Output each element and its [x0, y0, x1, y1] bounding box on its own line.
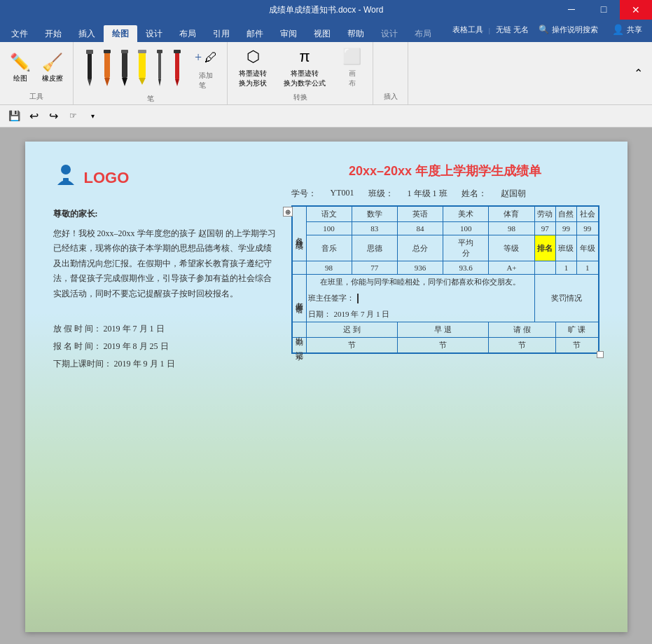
svg-rect-17: [174, 50, 181, 53]
pen-yellow[interactable]: [134, 48, 150, 90]
tab-draw[interactable]: 绘图: [104, 25, 137, 42]
touch-mode-button[interactable]: ☞: [64, 108, 81, 125]
holiday-label: 放 假 时 间：: [53, 324, 102, 334]
add-pen-button[interactable]: + 🖊: [190, 48, 221, 68]
subject-laodong: 劳动: [534, 206, 555, 222]
to-shape-button[interactable]: ⬡ 将墨迹转换为形状: [233, 45, 272, 91]
search-button[interactable]: 🔍 操作说明搜索: [534, 23, 602, 36]
svg-marker-10: [139, 78, 146, 85]
student-id-label: 学号：: [291, 188, 317, 200]
tab-insert[interactable]: 插入: [70, 25, 104, 42]
score-pingjunfen: 93.6: [443, 261, 489, 275]
pen-palette: [79, 45, 188, 93]
attendance-qingjia: 请 假: [489, 322, 556, 338]
draw-icon: ✏️: [10, 53, 31, 72]
name-value: 赵国朝: [501, 188, 526, 200]
draw-canvas-label: 画布: [349, 69, 356, 88]
logo-area: LOGO: [53, 163, 277, 193]
pen-thin[interactable]: [152, 48, 167, 90]
tab-layout[interactable]: 布局: [171, 25, 204, 42]
text-cursor: [357, 294, 359, 303]
score-side: 77: [352, 261, 397, 275]
to-math-button[interactable]: π 将墨迹转换为数学公式: [278, 45, 331, 91]
pen-orange[interactable]: [99, 48, 115, 90]
pen-dark[interactable]: [117, 48, 132, 90]
close-button[interactable]: ✕: [620, 0, 652, 20]
section-label-scores: 各科成绩: [292, 206, 307, 261]
score-paiming: [534, 261, 555, 275]
convert-content: ⬡ 将墨迹转换为形状 π 将墨迹转换为数学公式 ⬜ 画布: [233, 45, 367, 91]
school-start-label: 下期上课时间：: [53, 359, 112, 369]
sign-line: 班主任签字：: [308, 293, 533, 303]
pens-group: + 🖊 添加笔 笔: [74, 42, 228, 104]
tab-help[interactable]: 帮助: [339, 25, 373, 42]
convert-group: ⬡ 将墨迹转换为形状 π 将墨迹转换为数学公式 ⬜ 画布 转换: [228, 42, 373, 104]
section-label-attendance: 出勤: [292, 322, 307, 338]
score-nianji: 1: [577, 261, 599, 275]
table-move-handle[interactable]: ⊕: [283, 207, 293, 217]
record-row: 记录 节 节 节 节: [292, 338, 599, 354]
table-resize-handle[interactable]: [597, 351, 604, 358]
tab-view[interactable]: 视图: [305, 25, 339, 42]
minimize-button[interactable]: ─: [555, 0, 588, 20]
scores-row-1: 100 83 84 100 98 97 99 99: [292, 222, 599, 235]
score-yingyu: 84: [397, 222, 443, 235]
tab-mailings[interactable]: 邮件: [238, 25, 272, 42]
draw-tool-button[interactable]: ✏️ 绘图: [6, 50, 35, 86]
search-label[interactable]: 操作说明搜索: [552, 25, 598, 35]
subject-ziran: 自然: [555, 206, 576, 222]
record-zaotui: 节: [397, 338, 488, 354]
draw-canvas-button[interactable]: ⬜ 画布: [337, 45, 367, 91]
restore-button[interactable]: □: [588, 0, 620, 20]
tab-file[interactable]: 文件: [3, 25, 36, 42]
share-label: 共享: [627, 25, 642, 35]
convert-group-label: 转换: [293, 93, 307, 102]
tab-home[interactable]: 开始: [36, 25, 70, 42]
svg-rect-12: [158, 51, 161, 79]
score-laodong: 97: [534, 222, 555, 235]
tab-references[interactable]: 引用: [204, 25, 238, 42]
svg-rect-5: [104, 50, 111, 53]
shape-icon: ⬡: [247, 48, 260, 66]
titlebar: 成绩单成绩通知书.docx - Word ─ □ ✕: [0, 0, 652, 20]
jiangli-label: 奖罚情况: [536, 293, 597, 303]
svg-rect-11: [138, 50, 146, 53]
redo-button[interactable]: ↪: [45, 108, 62, 125]
insert-group: 插入: [373, 42, 408, 104]
svg-marker-7: [122, 78, 127, 86]
attendance-chidao: 迟 到: [306, 322, 397, 338]
record-chidao: 节: [306, 338, 397, 354]
tab-table-layout[interactable]: 布局: [406, 25, 440, 42]
holiday-time: 放 假 时 间： 2019 年 7 月 1 日: [53, 323, 277, 335]
svg-rect-2: [86, 50, 93, 54]
quick-access-toolbar: 💾 ↩ ↪ ☞ ▾: [0, 105, 652, 128]
teacher-comment: 在班里，你能与同学和睦相处，同学们都喜欢和你交朋友。: [308, 277, 533, 287]
svg-point-18: [61, 165, 71, 174]
score-dengji: A+: [489, 261, 534, 275]
pen-red[interactable]: [169, 48, 185, 90]
pen-black[interactable]: [82, 48, 97, 90]
attendance-zaotui: 早 退: [397, 322, 488, 338]
share-button[interactable]: 👤 共享: [608, 22, 646, 37]
subjects-header-row: 各科成绩 语文 数学 英语 美术 体育 劳动 自然 社会: [292, 206, 599, 222]
report-table: 各科成绩 语文 数学 英语 美术 体育 劳动 自然 社会: [291, 205, 599, 354]
eraser-button[interactable]: 🧹 橡皮擦: [38, 50, 67, 86]
score-shuxue: 83: [352, 222, 397, 235]
page-content: LOGO 尊敬的家长: 您好！我校 20xx–20xx 学年度您的孩子 赵国朝 …: [25, 142, 627, 390]
attendance-kuangke: 旷 课: [555, 322, 598, 338]
save-button[interactable]: 💾: [6, 108, 22, 125]
tab-review[interactable]: 审阅: [272, 25, 305, 42]
undo-button[interactable]: ↩: [25, 108, 42, 125]
tab-table-design[interactable]: 设计: [373, 25, 406, 42]
svg-marker-13: [158, 79, 161, 86]
letter-content: 您好！我校 20xx–20xx 学年度您的孩子 赵国朝 的上学期学习已经结束，现…: [53, 226, 277, 302]
tab-design[interactable]: 设计: [137, 25, 171, 42]
student-info-row: 学号： YT001 班级： 1 年级 1 班 姓名： 赵国朝: [291, 188, 599, 200]
score-zongfen: 936: [397, 261, 443, 275]
svg-rect-9: [139, 51, 146, 78]
customize-qa-button[interactable]: ▾: [84, 108, 101, 125]
record-kuangke: 节: [555, 338, 598, 354]
collapse-ribbon-button[interactable]: ⌃: [630, 65, 646, 82]
subject-paiming: 排名: [534, 235, 555, 261]
subject-tiyu: 体育: [489, 206, 534, 222]
